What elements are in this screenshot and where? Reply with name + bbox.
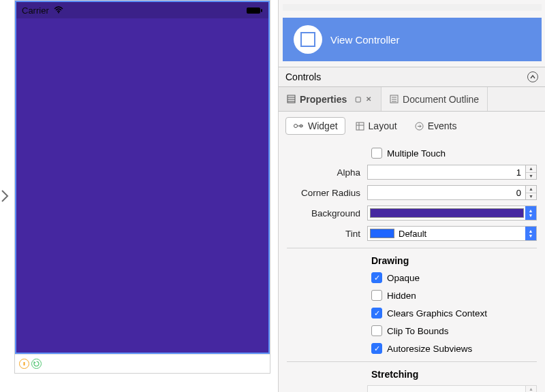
view-controller-canvas[interactable]: Carrier [15,1,270,354]
alpha-stepper[interactable]: ▲▼ [526,165,537,180]
wifi-icon [54,6,63,14]
view-controller-icon [294,25,322,54]
divider [287,361,537,362]
clip-row[interactable]: Clip To Bounds [287,322,537,340]
dropdown-arrows-icon[interactable]: ▲▼ [525,227,536,240]
corner-radius-label: Corner Radius [287,188,367,198]
checkbox-clip-bounds[interactable] [371,325,382,336]
background-color-well[interactable]: ▲▼ [367,206,537,220]
sub-tab-layout[interactable]: Layout [348,117,405,135]
svg-rect-1 [247,7,260,14]
canvas-forward-arrow[interactable] [0,0,11,392]
drawing-header: Drawing [287,255,537,266]
truncated-item-above [283,4,542,11]
svg-rect-2 [261,9,262,12]
corner-radius-stepper[interactable]: ▲▼ [526,185,537,200]
svg-rect-15 [356,122,364,130]
widget-icon [293,122,304,129]
checkbox-hidden[interactable] [371,290,382,301]
corner-radius-input[interactable] [367,185,526,200]
tint-color-well[interactable]: Default ▲▼ [367,226,537,241]
events-icon [415,122,424,131]
checkbox-clears-graphics[interactable]: ✓ [371,308,382,318]
outline-item-view-controller[interactable]: View Controller [283,18,542,61]
properties-icon [287,95,296,103]
layout-icon [356,122,364,131]
hidden-row[interactable]: Hidden [287,287,537,304]
tab-pin-close-icons[interactable]: ▢ ✕ [355,95,373,103]
dropdown-arrows-icon[interactable]: ▲▼ [525,206,536,220]
checkbox-multiple-touch[interactable] [371,148,382,159]
controls-section-header[interactable]: Controls [279,67,545,87]
device-frame: Carrier [14,0,270,374]
background-label: Background [287,208,367,218]
sub-tab-events[interactable]: Events [407,117,465,135]
multiple-touch-row[interactable]: Multiple Touch [287,144,537,162]
tint-label: Tint [287,229,367,239]
tint-swatch [370,229,394,238]
stretching-input[interactable] [367,385,526,392]
opaque-row[interactable]: ✓ Opaque [287,269,537,287]
alpha-input[interactable] [367,165,526,180]
clears-row[interactable]: ✓ Clears Graphics Context [287,304,537,322]
divider [287,248,537,248]
chevron-up-icon[interactable] [527,71,538,82]
carrier-label: Carrier [22,5,49,16]
sub-tab-widget[interactable]: Widget [285,117,345,135]
document-outline-icon [390,95,399,103]
autoresize-row[interactable]: ✓ Autoresize Subviews [287,340,537,357]
checkbox-opaque[interactable]: ✓ [371,272,382,283]
canvas-bottom-bar [15,354,270,373]
svg-point-0 [58,12,59,13]
warnings-icon[interactable] [19,359,29,369]
tab-document-outline[interactable]: Document Outline [382,87,488,111]
svg-point-12 [294,125,298,128]
alpha-label: Alpha [287,167,367,178]
stretching-stepper[interactable]: ▲▼ [526,385,537,392]
simulator-status-bar: Carrier [16,2,268,18]
svg-rect-3 [24,362,25,365]
battery-icon [247,7,263,14]
tab-properties[interactable]: Properties ▢ ✕ [279,87,382,111]
background-swatch [370,208,524,218]
checkbox-autoresize[interactable]: ✓ [371,343,382,354]
stretching-header: Stretching [287,369,537,380]
refresh-icon[interactable] [31,359,42,369]
